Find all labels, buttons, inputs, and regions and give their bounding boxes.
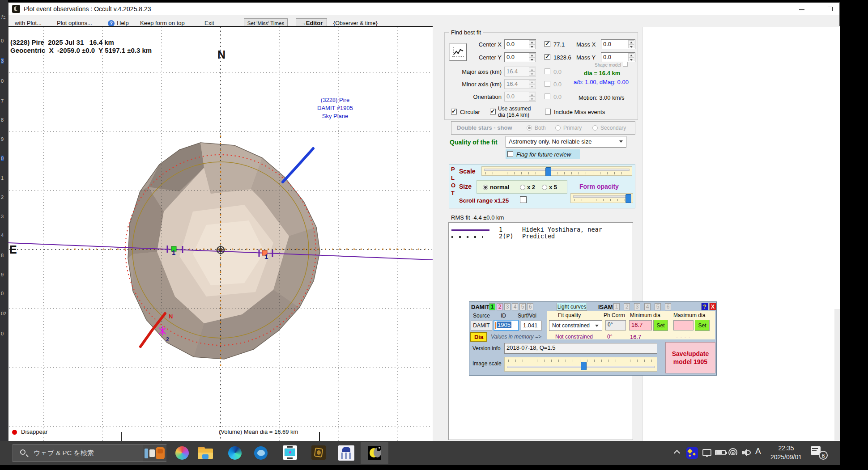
clock[interactable]: 22:35 2025/09/01: [767, 444, 805, 462]
quality-dropdown[interactable]: Astrometry only. No reliable size: [506, 136, 626, 148]
desktop: た 0 3 0 7 8 9 0 1 2 3 4 8 9 0 02 0 Plot …: [0, 0, 868, 470]
shape-model-checkbox[interactable]: [623, 62, 628, 67]
max-dia-box[interactable]: [673, 320, 694, 330]
image-scale-label: Image scale: [472, 360, 502, 367]
active-app-slot[interactable]: [361, 442, 388, 464]
min-dia-set-button[interactable]: Set: [653, 320, 668, 331]
damit-help-button[interactable]: ?: [701, 303, 708, 310]
file-explorer-icon[interactable]: [198, 447, 213, 459]
damit-tab-2[interactable]: 2: [497, 303, 503, 310]
ph-corr-box: 0°: [605, 320, 626, 330]
isam-tab-4[interactable]: 4: [644, 303, 651, 310]
model-id-selected-text: 1905: [497, 322, 511, 328]
occult-app-icon: [368, 446, 381, 460]
size-x2-radio[interactable]: [520, 185, 525, 190]
min-dia-box[interactable]: 16.7: [629, 320, 652, 330]
center-x-input[interactable]: 0.0: [504, 39, 536, 49]
version-info-box[interactable]: 2018-07-18, Q=1.5: [504, 343, 657, 354]
center-y-checkbox[interactable]: [545, 54, 550, 60]
flag-review-checkbox[interactable]: [507, 151, 513, 157]
minimize-button[interactable]: [795, 4, 808, 14]
red-line-n-label: N: [169, 313, 173, 320]
source-button[interactable]: DAMIT: [471, 321, 492, 330]
sky-plane-plot[interactable]: (3228) Pire 2025 Jul 31 16.4 km Geocentr…: [9, 26, 433, 441]
search-highlight-image[interactable]: [143, 445, 166, 462]
tray-chevron-up-icon[interactable]: [674, 450, 680, 456]
scroll-range-checkbox[interactable]: [520, 196, 527, 203]
legend-row1-num: 1: [499, 226, 502, 233]
fit-quality-dropdown[interactable]: Not constrained: [549, 320, 602, 331]
isam-tab-6[interactable]: 6: [665, 303, 671, 310]
major-axis-checkbox[interactable]: [545, 68, 550, 74]
maximize-button[interactable]: [824, 4, 837, 14]
thunderbird-icon[interactable]: [254, 446, 268, 460]
double-stars-secondary-radio[interactable]: [592, 125, 598, 131]
background-text-fragment: 8: [1, 253, 4, 258]
disappear-dot: [12, 430, 17, 435]
double-stars-both-radio[interactable]: [527, 125, 532, 131]
version-info-label: Version info: [472, 345, 501, 351]
titlebar[interactable]: Plot event observations : Occult v.4.202…: [9, 3, 839, 15]
minor-axis-checkbox[interactable]: [545, 81, 550, 87]
observatory-app-icon[interactable]: [338, 445, 354, 461]
isam-tab-2[interactable]: 2: [624, 303, 630, 310]
form-opacity-slider-thumb[interactable]: [625, 194, 631, 203]
damit-tab-1[interactable]: 1: [489, 303, 495, 310]
damit-tab-6[interactable]: 6: [527, 303, 533, 310]
isam-tab-5[interactable]: 5: [655, 303, 661, 310]
ime-indicator[interactable]: A: [755, 446, 761, 456]
tray-battery-icon[interactable]: [715, 450, 726, 455]
size-normal-radio[interactable]: [483, 185, 488, 190]
include-miss-checkbox[interactable]: [545, 109, 551, 114]
center-y-spinner[interactable]: [529, 53, 535, 61]
image-scale-slider[interactable]: [504, 357, 657, 372]
memory-max-dia: - - - -: [676, 334, 691, 340]
scale-slider-thumb[interactable]: [545, 167, 551, 176]
copilot-icon[interactable]: [175, 446, 189, 460]
mass-y-spinner[interactable]: [628, 53, 634, 61]
mass-y-input[interactable]: 0.0: [601, 52, 635, 62]
mass-x-input[interactable]: 0.0: [601, 39, 635, 49]
save-update-button[interactable]: Save/updatemodel 1905: [665, 342, 715, 373]
damit-close-button[interactable]: X: [709, 303, 716, 310]
mass-x-spinner[interactable]: [628, 40, 634, 48]
center-x-checkbox[interactable]: [545, 41, 550, 47]
double-stars-primary-radio[interactable]: [555, 125, 561, 131]
center-x-spinner[interactable]: [529, 40, 535, 48]
volume-label: (Volume) Mean dia = 16.69 km: [219, 428, 298, 435]
image-scale-slider-thumb[interactable]: [581, 362, 587, 370]
sky-plane-label: (3228) PireDAMIT #1905Sky Plane: [297, 96, 373, 120]
model-id-input[interactable]: 1905: [494, 320, 519, 331]
search-box[interactable]: ウェブ & PC を検索: [13, 444, 166, 462]
background-text-fragment: 0: [1, 78, 4, 84]
tray-speaker-icon[interactable]: [742, 449, 750, 456]
major-axis-check-value: 0.0: [553, 68, 562, 75]
damit-tab-4[interactable]: 4: [512, 303, 518, 310]
tray-cast-icon[interactable]: [702, 449, 711, 456]
max-dia-set-button[interactable]: Set: [695, 320, 710, 331]
scale-label: Scale: [459, 168, 476, 175]
minor-axis-input: 16.4: [504, 79, 536, 89]
iota-app-icon[interactable]: [283, 445, 297, 460]
form-opacity-slider[interactable]: [570, 193, 633, 203]
crescent-shadow: [16, 6, 20, 11]
size-x5-radio[interactable]: [542, 185, 547, 190]
orientation-checkbox[interactable]: [545, 93, 550, 99]
use-assumed-dia-checkbox[interactable]: [490, 109, 496, 114]
double-stars-label: Double stars - show: [457, 124, 512, 131]
isam-title: ISAM: [598, 304, 613, 310]
dia-button[interactable]: Dia: [470, 332, 487, 342]
isam-tab-3[interactable]: 3: [634, 303, 640, 310]
scale-slider[interactable]: [481, 166, 632, 176]
tray-wifi-icon[interactable]: [728, 448, 737, 455]
plot-vertical-o: O: [451, 182, 455, 189]
isam-tab-1[interactable]: 1: [613, 303, 620, 310]
gold-app-icon[interactable]: [311, 445, 326, 460]
edge-icon[interactable]: [228, 446, 242, 460]
circular-checkbox[interactable]: [451, 109, 457, 114]
center-y-input[interactable]: 0.0: [504, 52, 536, 62]
light-curves-button[interactable]: Light curves: [557, 303, 587, 311]
tray-stars-app-icon[interactable]: [686, 447, 698, 459]
damit-tab-3[interactable]: 3: [504, 303, 511, 310]
damit-tab-5[interactable]: 5: [519, 303, 526, 310]
